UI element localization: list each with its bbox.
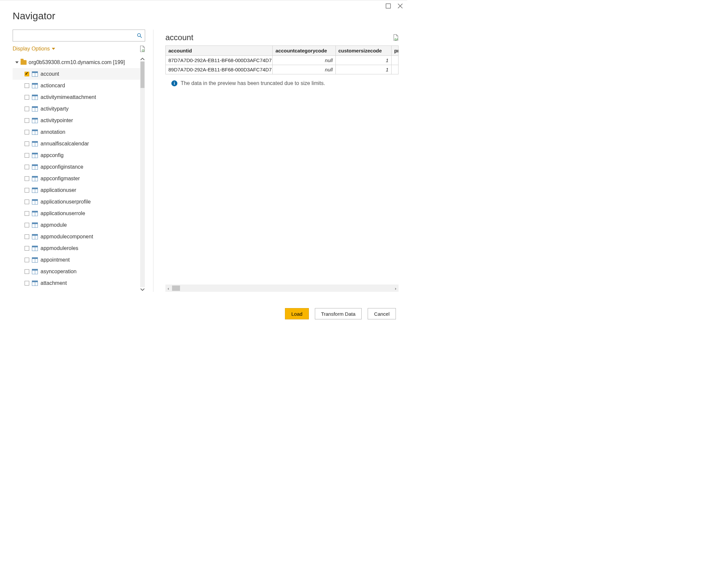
maximize-icon[interactable] <box>385 3 391 10</box>
tree-item-checkbox[interactable] <box>25 234 29 239</box>
tree-item-label: attachment <box>41 280 67 286</box>
tree-item[interactable]: attachment <box>12 277 141 289</box>
tree-root[interactable]: org0b539308.crm10.dynamics.com [199] <box>12 57 141 68</box>
tree-item[interactable]: activitymimeattachment <box>12 91 141 103</box>
tree-item[interactable]: appmodule <box>12 219 141 231</box>
tree-item[interactable]: account <box>12 68 141 80</box>
tree-item-checkbox[interactable] <box>25 200 29 204</box>
cell-accountid: 89D7A7D0-292A-EB11-BF68-000D3AFC74D7 <box>166 65 273 74</box>
cell-accountid: 87D7A7D0-292A-EB11-BF68-000D3AFC74D7 <box>166 56 273 65</box>
tree-item[interactable]: applicationuserprofile <box>12 196 141 208</box>
preview-refresh-icon[interactable] <box>393 34 398 41</box>
table-icon <box>32 211 38 216</box>
tree-item-checkbox[interactable] <box>25 281 29 286</box>
tree-item-label: activityparty <box>41 106 69 112</box>
tree-refresh-icon[interactable] <box>139 46 145 52</box>
load-button[interactable]: Load <box>285 308 309 319</box>
tree-item-checkbox[interactable] <box>25 72 29 76</box>
tree-item-checkbox[interactable] <box>25 269 29 274</box>
tree-item-checkbox[interactable] <box>25 107 29 111</box>
cell-truncated <box>391 65 398 74</box>
tree-item-checkbox[interactable] <box>25 118 29 123</box>
tree-item[interactable]: appointment <box>12 254 141 266</box>
tree-item-checkbox[interactable] <box>25 83 29 88</box>
scroll-left-icon[interactable] <box>165 285 172 291</box>
preview-scrollbar-track[interactable] <box>172 285 393 292</box>
tree-item-checkbox[interactable] <box>25 176 29 181</box>
caret-down-icon <box>15 61 19 64</box>
tree-item-checkbox[interactable] <box>25 258 29 262</box>
tree-item-label: activitymimeattachment <box>41 94 96 100</box>
preview-title: account <box>165 33 193 42</box>
tree-item-label: activitypointer <box>41 117 73 124</box>
folder-icon <box>21 60 27 65</box>
search-input[interactable] <box>12 30 145 42</box>
svg-marker-7 <box>15 61 19 63</box>
column-header[interactable]: accountcategorycode <box>273 46 335 56</box>
tree-item[interactable]: appconfiginstance <box>12 161 141 173</box>
table-icon <box>32 141 38 147</box>
scroll-up-icon[interactable] <box>140 57 145 61</box>
tree-item[interactable]: activitypointer <box>12 114 141 126</box>
tree-item-checkbox[interactable] <box>25 211 29 216</box>
tree-item[interactable]: appmoduleroles <box>12 242 141 254</box>
table-icon <box>32 164 38 170</box>
column-header[interactable]: accountid <box>166 46 273 56</box>
table-icon <box>32 188 38 193</box>
tree-item-label: appmoduleroles <box>41 245 78 251</box>
tree-item-checkbox[interactable] <box>25 153 29 158</box>
table-icon <box>32 106 38 111</box>
tree-scrollbar-thumb[interactable] <box>140 61 145 88</box>
table-icon <box>32 234 38 239</box>
dialog-title: Navigator <box>0 0 407 30</box>
tree-item[interactable]: actioncard <box>12 80 141 91</box>
table-icon <box>32 130 38 135</box>
info-icon: i <box>172 80 177 86</box>
cell-accountcategorycode: null <box>273 65 335 74</box>
table-icon <box>32 246 38 251</box>
tree-item-checkbox[interactable] <box>25 246 29 250</box>
table-row[interactable]: 87D7A7D0-292A-EB11-BF68-000D3AFC74D7null… <box>166 56 398 65</box>
tree-scrollbar-track[interactable] <box>140 61 145 287</box>
scroll-right-icon[interactable] <box>393 285 398 291</box>
tree-item-label: annotation <box>41 129 66 135</box>
cell-customersizecode: 1 <box>335 56 391 65</box>
table-icon <box>32 83 38 88</box>
tree-item[interactable]: activityparty <box>12 103 141 114</box>
column-header[interactable]: pr <box>391 46 398 56</box>
tree-item[interactable]: applicationuser <box>12 184 141 196</box>
scroll-down-icon[interactable] <box>140 287 145 292</box>
table-icon <box>32 118 38 123</box>
tree-item-checkbox[interactable] <box>25 141 29 146</box>
tree-item[interactable]: annualfiscalcalendar <box>12 138 141 150</box>
navigator-tree-pane: Display Options org0b539308.crm10.dynami… <box>12 30 153 292</box>
tree-item-checkbox[interactable] <box>25 165 29 169</box>
column-header[interactable]: customersizecode <box>335 46 391 56</box>
tree-item-label: appconfig <box>41 152 63 158</box>
tree-item[interactable]: appmodulecomponent <box>12 231 141 242</box>
search-icon[interactable] <box>136 32 142 38</box>
tree-item-checkbox[interactable] <box>25 188 29 192</box>
tree-item-label: actioncard <box>41 83 65 89</box>
tree-item-checkbox[interactable] <box>25 95 29 100</box>
table-row[interactable]: 89D7A7D0-292A-EB11-BF68-000D3AFC74D7null… <box>166 65 398 74</box>
tree-item-checkbox[interactable] <box>25 130 29 134</box>
preview-scrollbar-thumb[interactable] <box>172 286 180 291</box>
table-icon <box>32 222 38 228</box>
cell-accountcategorycode: null <box>273 56 335 65</box>
table-icon <box>32 269 38 274</box>
close-icon[interactable] <box>397 3 403 10</box>
transform-data-button[interactable]: Transform Data <box>315 308 362 319</box>
tree-item[interactable]: appconfig <box>12 150 141 161</box>
cancel-button[interactable]: Cancel <box>368 308 396 319</box>
table-icon <box>32 176 38 181</box>
info-message: The data in the preview has been truncat… <box>181 80 325 86</box>
tree-item-checkbox[interactable] <box>25 223 29 228</box>
tree-item[interactable]: applicationuserrole <box>12 208 141 219</box>
tree-item-label: applicationuser <box>41 187 76 193</box>
tree-item-label: applicationuserrole <box>41 210 85 216</box>
tree-item[interactable]: asyncoperation <box>12 266 141 277</box>
tree-item[interactable]: annotation <box>12 126 141 138</box>
tree-item[interactable]: appconfigmaster <box>12 173 141 184</box>
display-options-dropdown[interactable]: Display Options <box>12 46 55 52</box>
